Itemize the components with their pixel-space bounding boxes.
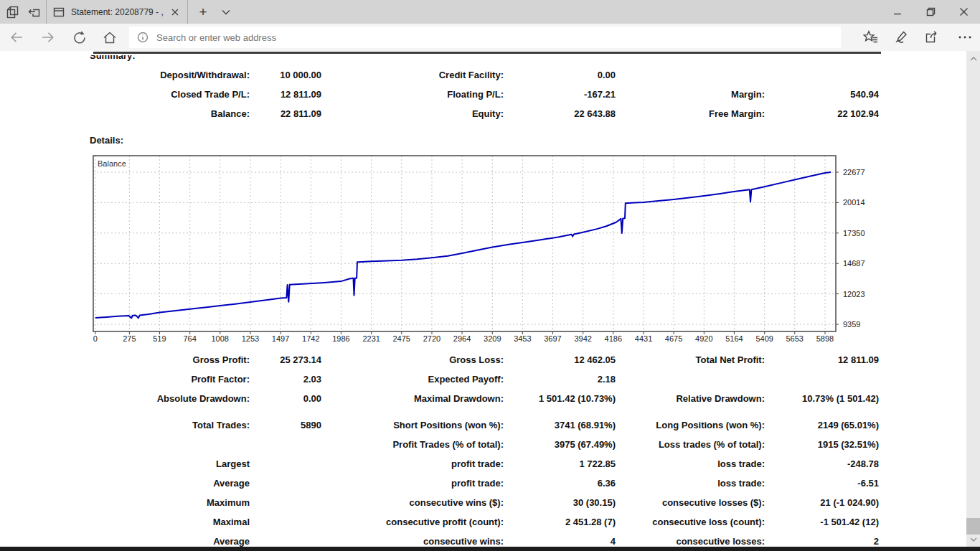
settings-more-button[interactable] — [953, 27, 976, 48]
vertical-scrollbar[interactable] — [966, 51, 980, 547]
stat-label: Loss trades (% of total): — [616, 435, 765, 454]
stat-value: 21 (-1 024.90) — [765, 493, 879, 512]
y-axis-label: 17350 — [843, 229, 865, 237]
stat-value — [250, 512, 321, 532]
x-axis-label: 4675 — [665, 334, 682, 343]
details-heading: Details: — [90, 135, 123, 146]
window-controls — [881, 0, 980, 24]
tab-bar: Statement: 20208779 - , + — [0, 0, 980, 24]
x-axis-label: 1253 — [242, 334, 259, 343]
browser-window: Statement: 20208779 - , + — [0, 0, 980, 551]
set-tabs-aside-icon — [27, 5, 42, 19]
stat-value: 10 000.00 — [250, 65, 321, 85]
stat-label: Credit Facility: — [321, 65, 504, 85]
stat-value: 22 102.94 — [765, 104, 879, 123]
x-axis-label: 2231 — [362, 334, 380, 343]
profit-stats-table: Gross Profit:25 273.14Gross Loss:12 462.… — [93, 350, 879, 408]
info-icon — [136, 31, 149, 44]
stat-value — [250, 474, 321, 493]
stat-label — [93, 435, 250, 454]
page-icon — [52, 6, 65, 18]
minimize-button[interactable] — [881, 0, 914, 24]
y-axis-label: 12023 — [843, 290, 865, 298]
scroll-down-button[interactable] — [966, 533, 980, 545]
stat-label: Average — [93, 474, 250, 493]
close-icon — [959, 7, 969, 17]
stat-label: consecutive profit (count): — [321, 512, 504, 532]
tabs-set-aside-list-button[interactable] — [4, 4, 22, 20]
stat-label: Maximal Drawdown: — [321, 389, 504, 408]
web-note-button[interactable] — [890, 27, 913, 48]
chevron-up-icon — [969, 56, 978, 62]
x-axis-label: 3209 — [484, 334, 501, 343]
ellipsis-icon — [958, 34, 972, 40]
refresh-button[interactable] — [69, 27, 90, 48]
stat-label: Equity: — [321, 104, 504, 123]
x-axis-label: 3697 — [544, 334, 561, 343]
home-icon — [103, 31, 117, 44]
stat-label — [616, 369, 765, 389]
scroll-up-button[interactable] — [966, 52, 980, 65]
address-bar[interactable]: Search or enter web address — [129, 27, 841, 48]
tab-list-button[interactable] — [215, 0, 237, 24]
y-axis-label: 20014 — [843, 198, 865, 207]
stat-value: 12 811.09 — [250, 85, 321, 104]
close-window-button[interactable] — [947, 0, 980, 24]
x-axis-label: 0 — [93, 334, 98, 343]
scrollbar-thumb[interactable] — [966, 518, 980, 534]
tab-close-button[interactable] — [169, 6, 182, 19]
y-axis-label: 22677 — [843, 168, 865, 176]
statement-page: Summary: Deposit/Withdrawal:10 000.00Cre… — [0, 51, 980, 547]
arrow-right-icon — [41, 31, 55, 44]
x-axis-label: 1986 — [332, 334, 349, 343]
stat-label: profit trade: — [321, 474, 504, 493]
share-icon — [925, 30, 941, 44]
stat-label: consecutive losses ($): — [616, 493, 765, 512]
stat-value — [250, 454, 321, 474]
stat-label: consecutive wins ($): — [321, 493, 504, 512]
restore-button[interactable] — [914, 0, 947, 24]
stat-label: Total Net Profit: — [616, 350, 765, 369]
stat-label: Maximal — [93, 512, 250, 532]
stat-value: 6.36 — [504, 474, 616, 493]
stat-value — [250, 435, 321, 454]
address-placeholder: Search or enter web address — [156, 32, 276, 43]
close-icon — [171, 8, 179, 17]
arrow-left-icon — [9, 31, 24, 44]
back-button[interactable] — [6, 27, 27, 48]
set-tabs-aside-button[interactable] — [26, 4, 43, 20]
stat-label: Profit Factor: — [93, 369, 250, 389]
stat-value — [250, 493, 321, 512]
summary-heading: Summary: — [90, 55, 136, 61]
new-tab-button[interactable]: + — [192, 0, 214, 24]
stat-label: Long Positions (won %): — [616, 415, 765, 435]
minimize-icon — [893, 8, 902, 17]
x-axis-label: 1742 — [302, 334, 319, 343]
x-axis-label: 5898 — [816, 334, 834, 343]
x-axis-label: 519 — [153, 334, 166, 343]
forward-button[interactable] — [37, 27, 59, 48]
stat-value — [765, 65, 879, 85]
home-button[interactable] — [99, 27, 121, 48]
favorites-hub-button[interactable] — [859, 27, 882, 48]
stat-value: 12 462.05 — [504, 350, 616, 369]
stat-label: profit trade: — [321, 454, 504, 474]
share-button[interactable] — [921, 27, 944, 48]
stat-label: Absolute Drawdown: — [93, 389, 250, 408]
stat-label: Deposit/Withdrawal: — [93, 65, 250, 85]
browser-tab[interactable]: Statement: 20208779 - , — [46, 0, 188, 24]
x-axis-label: 4431 — [635, 334, 652, 343]
stat-value: 12 811.09 — [765, 350, 879, 369]
x-axis-label: 275 — [123, 334, 136, 343]
stat-value: 22 643.88 — [504, 104, 616, 123]
x-axis-label: 2720 — [423, 334, 440, 343]
x-axis-label: 764 — [183, 334, 196, 343]
trade-stats-table: Total Trades:5890Short Positions (won %)… — [93, 415, 879, 551]
stat-label: Free Margin: — [616, 104, 765, 123]
stat-label: Floating P/L: — [321, 85, 504, 104]
x-axis-label: 5653 — [786, 334, 804, 343]
stat-label: Maximum — [93, 493, 250, 512]
balance-line — [95, 172, 831, 318]
stat-value: 1 722.85 — [504, 454, 616, 474]
stat-value: 25 273.14 — [250, 350, 321, 369]
